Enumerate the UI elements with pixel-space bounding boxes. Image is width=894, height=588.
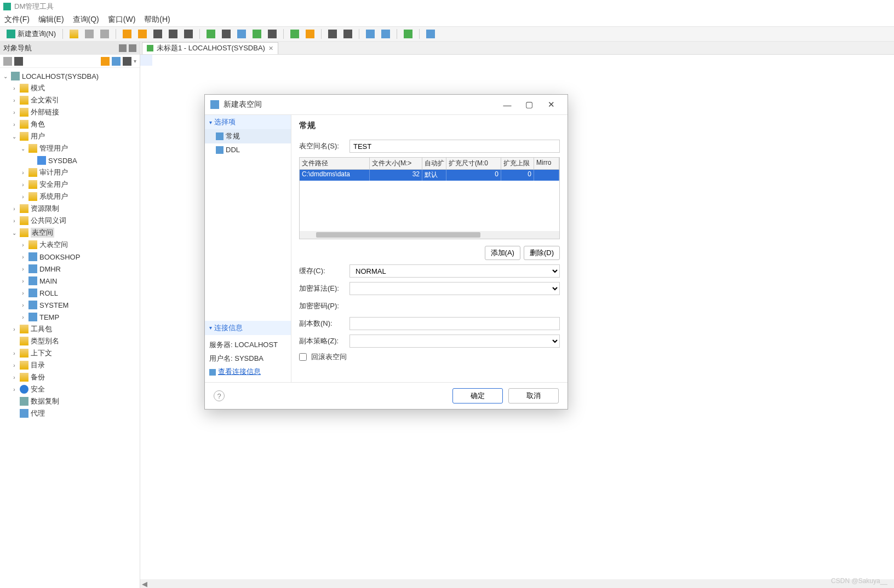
debug-button[interactable] <box>402 28 415 39</box>
menu-query[interactable]: 查询(Q) <box>73 15 99 25</box>
stop-button[interactable] <box>266 28 279 39</box>
refresh-icon[interactable] <box>123 57 131 66</box>
view-conn-link[interactable]: 查看连接信息 <box>218 365 261 379</box>
tree-ts-temp[interactable]: ›TEMP <box>0 311 140 323</box>
tree-synonym[interactable]: ›公共同义词 <box>0 215 140 227</box>
save-all-button[interactable] <box>98 28 111 39</box>
import-button[interactable] <box>379 28 392 39</box>
redo-button[interactable] <box>136 28 149 39</box>
tree-system-user[interactable]: ›系统用户 <box>0 191 140 203</box>
cache-select[interactable]: NORMAL <box>349 264 560 278</box>
option-general[interactable]: 常规 <box>205 129 291 143</box>
tree-ts-main[interactable]: ›MAIN <box>0 275 140 287</box>
option-ddl[interactable]: DDL <box>205 143 291 156</box>
replica-input[interactable] <box>349 317 560 330</box>
cut-button[interactable] <box>151 28 164 39</box>
delete-file-button[interactable]: 删除(D) <box>524 246 560 260</box>
tree-ts-dmhr[interactable]: ›DMHR <box>0 263 140 275</box>
conn-section-header[interactable]: 连接信息 <box>205 321 291 335</box>
close-icon[interactable]: ✕ <box>268 45 273 52</box>
tablespace-name-input[interactable] <box>349 140 560 153</box>
grid-hscroll[interactable] <box>300 231 559 239</box>
edit-icon[interactable] <box>101 57 110 66</box>
rollback-ts-checkbox[interactable] <box>299 353 307 361</box>
object-tree[interactable]: ⌄LOCALHOST(SYSDBA) ›模式 ›全文索引 ›外部链接 ›角色 ⌄… <box>0 68 140 588</box>
add-file-button[interactable]: 添加(A) <box>485 246 520 260</box>
col-auto[interactable]: 自动扩 <box>422 158 446 169</box>
tree-tablespace[interactable]: ⌄表空间 <box>0 227 140 239</box>
grid-row[interactable]: C:\dmdbms\data 32 默认 0 0 <box>300 170 559 181</box>
tree-backup[interactable]: ›备份 <box>0 371 140 383</box>
tree-user[interactable]: ⌄用户 <box>0 130 140 142</box>
editor-text[interactable] <box>140 55 894 56</box>
tree-catalog[interactable]: ›目录 <box>0 359 140 371</box>
tree-ts-system[interactable]: ›SYSTEM <box>0 299 140 311</box>
col-path[interactable]: 文件路径 <box>300 158 370 169</box>
tree-resource[interactable]: ›资源限制 <box>0 203 140 215</box>
tree-ts-roll[interactable]: ›ROLL <box>0 287 140 299</box>
replica-policy-select[interactable] <box>349 335 560 348</box>
editor-hscroll[interactable]: ◀ <box>140 579 894 588</box>
copy-button[interactable] <box>167 28 180 39</box>
tree-agent[interactable]: 代理 <box>0 407 140 419</box>
search-icon[interactable] <box>112 57 121 66</box>
scroll-left-icon[interactable]: ◀ <box>140 580 149 587</box>
menu-edit[interactable]: 编辑(E) <box>38 15 64 25</box>
save-button[interactable] <box>83 28 96 39</box>
tree-context[interactable]: ›上下文 <box>0 347 140 359</box>
ok-button[interactable]: 确定 <box>452 388 503 403</box>
explain-button[interactable] <box>250 28 263 39</box>
menu-help[interactable]: 帮助(H) <box>144 15 170 25</box>
tree-typealias[interactable]: 类型别名 <box>0 335 140 347</box>
run-script-button[interactable] <box>235 28 248 39</box>
tree-extlink[interactable]: ›外部链接 <box>0 106 140 118</box>
rollback-button[interactable] <box>303 28 317 39</box>
grid-button[interactable] <box>326 28 339 39</box>
enc-alg-select[interactable] <box>349 282 560 295</box>
tree-audit-user[interactable]: ›审计用户 <box>0 166 140 178</box>
tree-root[interactable]: ⌄LOCALHOST(SYSDBA) <box>0 70 140 82</box>
tree-mgmt-user[interactable]: ⌄管理用户 <box>0 142 140 154</box>
run-step-button[interactable] <box>220 28 233 39</box>
tree-ts-bookshop[interactable]: ›BOOKSHOP <box>0 251 140 263</box>
run-button[interactable] <box>204 28 217 39</box>
col-extsize[interactable]: 扩充尺寸(M:0 <box>446 158 501 169</box>
paste-button[interactable] <box>182 28 195 39</box>
tree-toolkit[interactable]: ›工具包 <box>0 323 140 335</box>
home-button[interactable] <box>424 28 437 39</box>
commit-button[interactable] <box>288 28 301 39</box>
help-button[interactable]: ? <box>214 390 225 401</box>
col-extlimit[interactable]: 扩充上限 <box>501 158 534 169</box>
menu-file[interactable]: 文件(F) <box>4 15 30 25</box>
maximize-icon[interactable] <box>129 44 136 52</box>
tree-fulltext[interactable]: ›全文索引 <box>0 94 140 106</box>
collapse-icon[interactable] <box>14 57 23 66</box>
tree-sysdba[interactable]: SYSDBA <box>0 154 140 166</box>
minimize-button[interactable]: — <box>496 100 518 109</box>
menu-window[interactable]: 窗口(W) <box>108 15 136 25</box>
link-icon[interactable] <box>3 57 12 66</box>
format-button[interactable] <box>341 28 354 39</box>
export-button[interactable] <box>364 28 377 39</box>
tree-security[interactable]: ›安全 <box>0 383 140 395</box>
col-size[interactable]: 文件大小(M:> <box>370 158 422 169</box>
open-folder-button[interactable] <box>67 28 81 39</box>
col-mirror[interactable]: Mirro <box>534 158 559 169</box>
options-section-header[interactable]: 选择项 <box>205 115 291 129</box>
tree-replication[interactable]: 数据复制 <box>0 395 140 407</box>
scrollbar-thumb[interactable] <box>316 232 480 238</box>
new-query-button[interactable]: 新建查询(N) <box>4 28 58 40</box>
tree-ts-big[interactable]: ›大表空间 <box>0 239 140 251</box>
tree-role[interactable]: ›角色 <box>0 118 140 130</box>
minimize-icon[interactable] <box>119 44 127 52</box>
cancel-button[interactable]: 取消 <box>508 388 559 403</box>
tree-mode[interactable]: ›模式 <box>0 82 140 94</box>
tree-security-user[interactable]: ›安全用户 <box>0 178 140 191</box>
editor-tab[interactable]: 未标题1 - LOCALHOST(SYSDBA) ✕ <box>142 42 278 54</box>
menu-dropdown-icon[interactable]: ▾ <box>134 58 136 64</box>
undo-button[interactable] <box>121 28 134 39</box>
close-button[interactable]: ✕ <box>540 100 562 109</box>
grid-body[interactable]: C:\dmdbms\data 32 默认 0 0 <box>300 170 559 231</box>
maximize-button[interactable]: ▢ <box>518 100 540 109</box>
enc-pwd-input[interactable] <box>349 299 560 313</box>
